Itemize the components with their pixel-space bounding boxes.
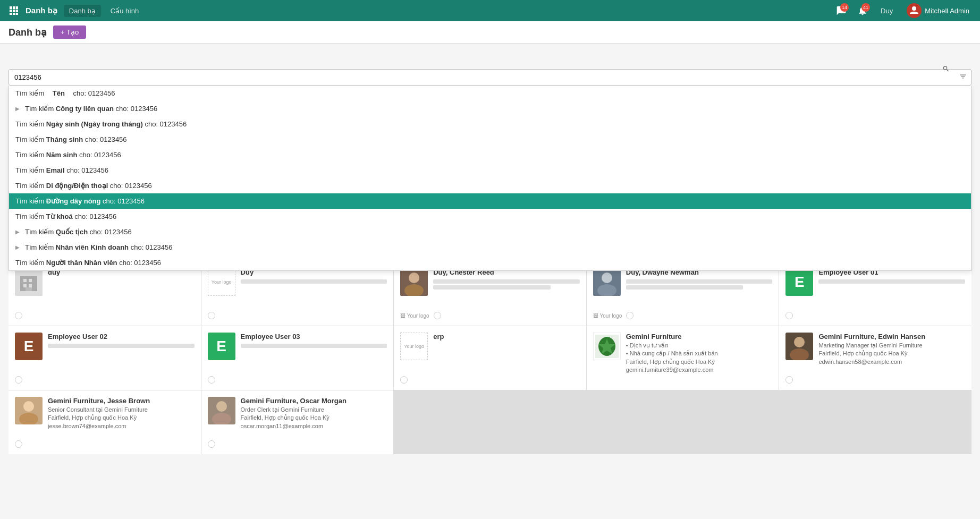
page-title: Danh bạ (9, 27, 47, 38)
avatar (208, 397, 235, 424)
avatar (400, 268, 428, 296)
arrow-icon: ▶ (15, 106, 20, 112)
search-option-nationality[interactable]: ▶ Tìm kiếm Quốc tịch cho: 0123456 (9, 224, 971, 240)
contact-card: E Employee User 01 (779, 262, 971, 326)
arrow-icon-3: ▶ (15, 244, 20, 250)
search-option-name[interactable]: Tìm kiếm Tên cho: 0123456 (9, 86, 971, 101)
activity-icon-btn[interactable]: 41 (854, 2, 871, 19)
contact-card: Gemini Furniture, Edwin Hansen Marketing… (779, 326, 971, 390)
search-option-keyword[interactable]: Tìm kiếm Từ khoá cho: 0123456 (9, 209, 971, 224)
contact-card: duy (9, 262, 201, 326)
search-option-phone[interactable]: Tìm kiếm Di động/Điện thoại cho: 0123456 (9, 178, 971, 193)
nav-config[interactable]: Cấu hình (105, 5, 145, 17)
svg-rect-41 (29, 284, 32, 287)
svg-point-51 (794, 337, 805, 347)
contact-card: Gemini Furniture • Dịch vụ tư vấn • Nhà … (587, 326, 779, 390)
contact-name: Gemini Furniture, Jesse Brown (48, 397, 195, 406)
contact-card: E Employee User 03 (201, 326, 394, 390)
chat-icon-btn[interactable]: 14 (833, 2, 850, 19)
contact-card: Duy, Chester Reed 🖼 Your logo (394, 262, 586, 326)
search-input[interactable] (9, 70, 937, 85)
svg-rect-1 (13, 6, 15, 9)
status-indicator (785, 376, 793, 384)
svg-rect-0 (10, 6, 12, 9)
search-option-birthmonth[interactable]: Tìm kiếm Tháng sinh cho: 0123456 (9, 132, 971, 147)
svg-rect-42 (26, 287, 32, 291)
status-indicator (208, 440, 215, 448)
svg-rect-5 (16, 10, 18, 12)
search-area: Tìm kiếm Tên cho: 0123456 ▶ Tìm kiếm Côn… (9, 69, 971, 86)
user-avatar (907, 3, 922, 18)
svg-point-57 (216, 401, 227, 412)
contact-details: Marketing Manager tại Gemini Furniture F… (818, 342, 965, 366)
status-indicator (15, 376, 22, 384)
username: Mitchell Admin (925, 7, 969, 15)
svg-rect-39 (29, 279, 32, 282)
contact-card: Duy, Dwayne Newman 🖼 Your logo (587, 262, 779, 326)
contact-name: Gemini Furniture, Oscar Morgan (241, 397, 387, 406)
status-indicator (15, 440, 22, 448)
svg-point-9 (912, 6, 916, 11)
tag-label: 🖼 Your logo (593, 313, 622, 319)
avatar: E (208, 333, 235, 360)
svg-rect-8 (16, 13, 18, 15)
search-option-company[interactable]: ▶ Tìm kiếm Công ty liên quan cho: 012345… (9, 101, 971, 116)
contact-name: Employee User 03 (241, 333, 387, 342)
app-title: Danh bạ (26, 6, 57, 15)
arrow-icon-2: ▶ (15, 229, 20, 235)
user-helper[interactable]: Duy (875, 5, 898, 17)
status-indicator (400, 376, 408, 384)
contact-name: Gemini Furniture, Edwin Hansen (818, 333, 965, 342)
avatar (785, 333, 813, 360)
nav-contacts[interactable]: Danh bạ (64, 5, 101, 17)
status-indicator (785, 312, 793, 319)
tag-label: 🖼 Your logo (400, 313, 429, 319)
svg-rect-4 (13, 10, 15, 12)
search-button[interactable] (937, 62, 955, 78)
contact-card: Gemini Furniture, Jesse Brown Senior Con… (9, 390, 201, 454)
contact-card: E Employee User 02 (9, 326, 201, 390)
svg-rect-2 (16, 6, 18, 9)
create-button[interactable]: + Tạo (53, 25, 86, 39)
status-indicator (208, 376, 215, 384)
contact-details: Senior Consultant tại Gemini Furniture F… (48, 406, 195, 430)
status-indicator (626, 312, 633, 319)
avatar (15, 268, 43, 296)
svg-point-47 (602, 273, 612, 283)
avatar (593, 268, 621, 296)
contact-name: Employee User 02 (48, 333, 195, 342)
contact-card: Gemini Furniture, Oscar Morgan Order Cle… (201, 390, 394, 454)
contact-details: • Dịch vụ tư vấn • Nhà cung cấp / Nhà sả… (626, 342, 773, 375)
search-option-hotline[interactable]: Tìm kiếm Đường dây nóng cho: 0123456 (9, 193, 971, 209)
svg-rect-7 (13, 13, 15, 15)
page-header: Danh bạ + Tạo (0, 21, 980, 44)
main-content: Tìm kiếm Tên cho: 0123456 ▶ Tìm kiếm Côn… (0, 69, 980, 463)
search-option-relative[interactable]: Tìm kiếm Người thân Nhân viên cho: 01234… (9, 255, 971, 270)
filter-options-button[interactable] (955, 70, 971, 85)
chat-badge: 14 (840, 3, 849, 12)
status-indicator (434, 312, 441, 319)
apps-menu-icon[interactable] (6, 3, 21, 18)
avatar (15, 397, 43, 424)
search-option-email[interactable]: Tìm kiếm Email cho: 0123456 (9, 163, 971, 178)
contact-name: erp (433, 333, 580, 342)
svg-point-54 (23, 401, 34, 412)
svg-rect-38 (23, 279, 27, 282)
user-menu[interactable]: Mitchell Admin (902, 1, 974, 20)
search-option-birthyear[interactable]: Tìm kiếm Năm sinh cho: 0123456 (9, 147, 971, 163)
svg-rect-3 (10, 10, 12, 12)
svg-point-44 (409, 273, 419, 283)
contact-card: Your logo erp (394, 326, 586, 390)
status-indicator (208, 312, 215, 319)
search-option-salesperson[interactable]: ▶ Tìm kiếm Nhân viên Kinh doanh cho: 012… (9, 240, 971, 255)
contact-details: Order Clerk tại Gemini Furniture Fairfie… (241, 406, 387, 430)
status-indicator (15, 312, 22, 319)
avatar: E (15, 333, 43, 360)
svg-rect-6 (10, 13, 12, 15)
avatar: Your logo (400, 333, 428, 360)
search-option-birthday[interactable]: Tìm kiếm Ngày sinh (Ngày trong tháng) ch… (9, 116, 971, 132)
contact-name: Gemini Furniture (626, 333, 773, 342)
search-dropdown: Tìm kiếm Tên cho: 0123456 ▶ Tìm kiếm Côn… (9, 86, 971, 271)
avatar: Your logo (208, 268, 235, 296)
search-prefix: Tìm kiếm (15, 89, 44, 97)
